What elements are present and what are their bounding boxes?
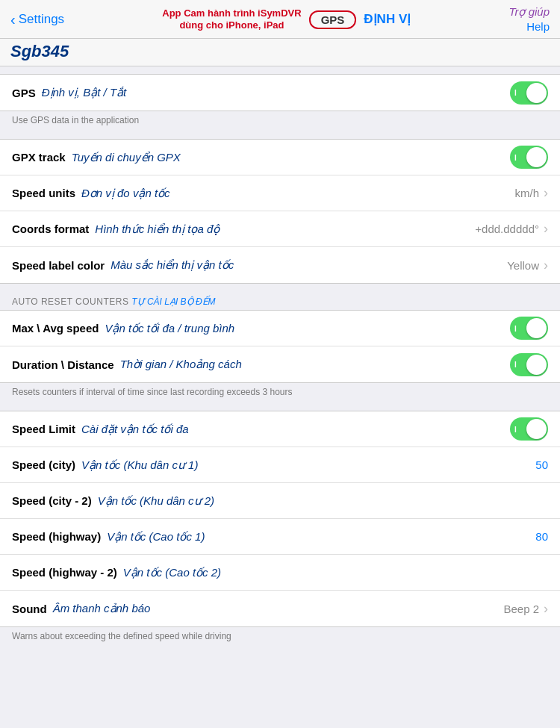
gps-badge[interactable]: GPS <box>309 10 357 29</box>
coords-format-value: +ddd.ddddd° <box>475 223 539 235</box>
sound-row[interactable]: Sound Âm thanh cảnh báo Beep 2 › <box>0 591 560 626</box>
speed-label-color-value: Yellow <box>507 259 539 272</box>
gps-row[interactable]: GPS Định vị, Bật / Tắt I <box>0 75 560 111</box>
coords-format-label: Coords format <box>12 223 89 235</box>
back-chevron-icon: ‹ <box>10 12 16 27</box>
speed-city-2-row[interactable]: Speed (city - 2) Vận tốc (Khu dân cư 2) <box>0 483 560 519</box>
tro-giup-label[interactable]: Trợ giúp <box>508 5 550 19</box>
speed-limit-label: Speed Limit <box>12 423 75 435</box>
track-table-group: GPX track Tuyến di chuyển GPX I Speed un… <box>0 139 560 284</box>
logo-bar: Sgb345 <box>0 39 560 66</box>
max-avg-speed-row[interactable]: Max \ Avg speed Vận tốc tối đa / trung b… <box>0 311 560 346</box>
gpx-track-label: GPX track <box>12 151 66 164</box>
speed-highway-sublabel: Vận tốc (Cao tốc 1) <box>107 530 205 544</box>
speed-limit-toggle[interactable]: I <box>510 417 548 441</box>
help-label[interactable]: Help <box>526 20 550 33</box>
nav-bar: ‹ Settings App Cam hành trình iSymDVR dù… <box>0 0 560 39</box>
speed-limit-sublabel: Cài đặt vận tốc tối đa <box>81 423 189 436</box>
gps-table-group: GPS Định vị, Bật / Tắt I <box>0 74 560 111</box>
speed-limit-row[interactable]: Speed Limit Cài đặt vận tốc tối đa I <box>0 411 560 447</box>
duration-distance-row[interactable]: Duration \ Distance Thời gian / Khoảng c… <box>0 346 560 382</box>
speed-units-sublabel: Đơn vị đo vận tốc <box>81 187 170 200</box>
gps-footer: Use GPS data in the application <box>0 111 560 131</box>
app-title: App Cam hành trình iSymDVR dùng cho iPho… <box>162 7 301 31</box>
speed-units-value: km/h <box>514 187 539 199</box>
speed-limit-section: Speed Limit Cài đặt vận tốc tối đa I Spe… <box>0 411 560 647</box>
sound-label: Sound <box>12 603 47 615</box>
speed-label-color-label: Speed label color <box>12 259 105 272</box>
speed-highway-label: Speed (highway) <box>12 530 101 543</box>
duration-distance-sublabel: Thời gian / Khoảng cách <box>120 358 242 371</box>
speed-city-row[interactable]: Speed (city) Vận tốc (Khu dân cư 1) 50 <box>0 447 560 483</box>
gpx-track-toggle[interactable]: I <box>510 146 548 169</box>
speed-label-color-row[interactable]: Speed label color Màu sắc hiển thị vận t… <box>0 247 560 283</box>
speed-highway-row[interactable]: Speed (highway) Vận tốc (Cao tốc 1) 80 <box>0 519 560 555</box>
max-avg-speed-toggle[interactable]: I <box>510 317 548 340</box>
speed-limit-table-group: Speed Limit Cài đặt vận tốc tối đa I Spe… <box>0 411 560 627</box>
speed-highway-value: 80 <box>535 530 548 543</box>
logo-text: Sgb345 <box>10 42 69 60</box>
auto-reset-section: AUTO RESET COUNTERS TỰ CÀI LẠI BỘ ĐẾM Ma… <box>0 291 560 403</box>
auto-reset-table-group: Max \ Avg speed Vận tốc tối đa / trung b… <box>0 310 560 383</box>
coords-format-sublabel: Hình thức hiển thị tọa độ <box>95 223 220 236</box>
gps-sublabel: Định vị, Bật / Tắt <box>42 86 127 99</box>
gpx-track-row[interactable]: GPX track Tuyến di chuyển GPX I <box>0 140 560 175</box>
speed-city-2-sublabel: Vận tốc (Khu dân cư 2) <box>98 494 214 508</box>
gps-section: GPS Định vị, Bật / Tắt I Use GPS data in… <box>0 74 560 131</box>
speed-units-row[interactable]: Speed units Đơn vị đo vận tốc km/h › <box>0 175 560 211</box>
coords-format-chevron-icon: › <box>544 221 548 237</box>
back-button[interactable]: ‹ Settings <box>10 12 64 27</box>
speed-label-color-sublabel: Màu sắc hiển thị vận tốc <box>111 258 234 272</box>
auto-reset-header: AUTO RESET COUNTERS TỰ CÀI LẠI BỘ ĐẾM <box>0 291 560 310</box>
speed-city-2-label: Speed (city - 2) <box>12 494 92 507</box>
sound-chevron-icon: › <box>544 601 548 617</box>
back-label: Settings <box>19 12 64 27</box>
speed-units-label: Speed units <box>12 187 75 199</box>
duration-distance-toggle[interactable]: I <box>510 353 548 376</box>
speed-city-value: 50 <box>535 458 548 471</box>
max-avg-speed-sublabel: Vận tốc tối đa / trung bình <box>105 322 234 335</box>
speed-limit-footer: Warns about exceeding the defined speed … <box>0 627 560 647</box>
speed-highway-2-label: Speed (highway - 2) <box>12 566 117 579</box>
gps-label: GPS <box>12 87 36 99</box>
max-avg-speed-label: Max \ Avg speed <box>12 322 99 335</box>
gpx-track-sublabel: Tuyến di chuyển GPX <box>72 151 181 164</box>
speed-highway-2-sublabel: Vận tốc (Cao tốc 2) <box>123 566 221 579</box>
speed-city-sublabel: Vận tốc (Khu dân cư 1) <box>81 458 198 472</box>
sound-value: Beep 2 <box>503 603 539 615</box>
duration-distance-label: Duration \ Distance <box>12 358 114 371</box>
auto-reset-footer: Resets counters if interval of time sinc… <box>0 383 560 403</box>
nav-center: App Cam hành trình iSymDVR dùng cho iPho… <box>70 7 503 31</box>
nav-right: Trợ giúp Help <box>508 5 550 33</box>
dinh-vi-label: ĐỊNH VỊ <box>364 11 411 27</box>
gps-toggle[interactable]: I <box>510 81 548 105</box>
speed-units-chevron-icon: › <box>544 185 548 201</box>
speed-city-label: Speed (city) <box>12 458 75 471</box>
coords-format-row[interactable]: Coords format Hình thức hiển thị tọa độ … <box>0 211 560 247</box>
track-section: GPX track Tuyến di chuyển GPX I Speed un… <box>0 139 560 284</box>
speed-label-color-chevron-icon: › <box>544 258 548 273</box>
sound-sublabel: Âm thanh cảnh báo <box>53 602 151 615</box>
speed-highway-2-row[interactable]: Speed (highway - 2) Vận tốc (Cao tốc 2) <box>0 555 560 591</box>
